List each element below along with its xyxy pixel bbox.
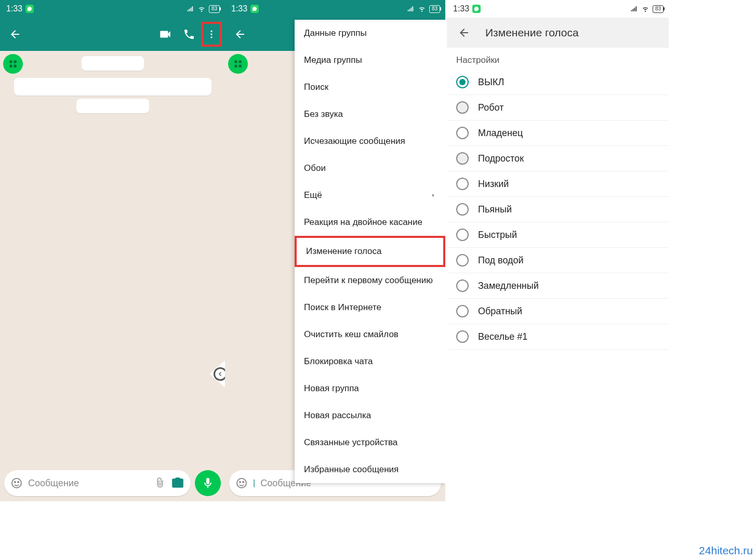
voice-option[interactable]: Под водой <box>447 248 669 273</box>
emoji-icon[interactable] <box>10 477 23 489</box>
menu-item[interactable]: Медиа группы <box>295 47 445 74</box>
highlight-more-menu <box>201 22 222 47</box>
menu-item[interactable]: Ещё <box>295 182 445 209</box>
scroll-handle[interactable] <box>209 361 225 388</box>
radio-icon <box>456 178 469 190</box>
chat-pill-3 <box>76 99 149 113</box>
voice-option-label: Подросток <box>478 153 524 164</box>
menu-item-label: Реакция на двойное касание <box>304 217 422 228</box>
chat-area[interactable]: Сообщение <box>0 51 225 501</box>
voice-option-label: Веселье #1 <box>478 331 527 342</box>
voice-option[interactable]: Подросток <box>447 146 669 171</box>
menu-item[interactable]: Перейти к первому сообщению <box>295 267 445 294</box>
back-button[interactable] <box>452 21 476 45</box>
menu-item-label: Избранные сообщения <box>304 464 399 475</box>
battery-icon: 83 <box>209 5 220 13</box>
voice-option-label: Младенец <box>478 128 523 139</box>
svg-rect-5 <box>9 65 12 68</box>
svg-rect-13 <box>239 65 242 68</box>
whatsapp-icon <box>25 5 34 13</box>
radio-icon <box>456 254 469 266</box>
menu-item[interactable]: Изменение голоса <box>295 236 445 267</box>
voice-option-label: Замедленный <box>478 281 539 291</box>
wifi-icon <box>641 5 649 12</box>
back-button[interactable] <box>228 22 252 46</box>
menu-item[interactable]: Исчезающие сообщения <box>295 128 445 155</box>
radio-icon <box>456 76 469 88</box>
menu-item[interactable]: Новая группа <box>295 375 445 402</box>
status-bar: 1:33 83 <box>225 0 445 18</box>
svg-point-16 <box>243 482 244 483</box>
status-time: 1:33 <box>6 4 22 14</box>
voice-option[interactable]: Пьяный <box>447 197 669 222</box>
menu-item-label: Без звука <box>304 109 343 119</box>
svg-point-9 <box>18 482 19 483</box>
voice-option[interactable]: Веселье #1 <box>447 324 669 350</box>
radio-icon <box>456 330 469 343</box>
menu-item[interactable]: Блокировка чата <box>295 348 445 375</box>
text-cursor: | <box>253 478 255 488</box>
chat-pill-1 <box>82 56 144 71</box>
menu-item-label: Изменение голоса <box>306 246 382 257</box>
emoji-icon[interactable] <box>235 477 248 489</box>
svg-rect-3 <box>9 60 12 63</box>
more-menu-button[interactable] <box>204 22 219 46</box>
phone-1-chat: 1:33 83 <box>0 0 225 501</box>
menu-item-label: Связанные устройства <box>304 437 397 448</box>
voice-option[interactable]: Робот <box>447 95 669 121</box>
radio-icon <box>456 229 469 241</box>
voice-option[interactable]: Замедленный <box>447 273 669 299</box>
chat-pill-2 <box>14 78 211 96</box>
radio-icon <box>456 203 469 216</box>
menu-item[interactable]: Поиск <box>295 74 445 101</box>
attach-icon[interactable] <box>154 477 166 489</box>
status-time: 1:33 <box>231 4 247 14</box>
message-input[interactable]: Сообщение <box>4 470 191 496</box>
call-button[interactable] <box>177 22 201 46</box>
voice-option[interactable]: ВЫКЛ <box>447 70 669 95</box>
menu-item[interactable]: Без звука <box>295 101 445 128</box>
back-button[interactable] <box>3 22 27 46</box>
menu-item-label: Исчезающие сообщения <box>304 136 405 146</box>
voice-option[interactable]: Быстрый <box>447 222 669 248</box>
voice-option-label: Под водой <box>478 255 524 266</box>
menu-item-label: Поиск <box>304 82 328 92</box>
svg-rect-6 <box>14 65 17 68</box>
chevron-left-icon <box>214 367 225 381</box>
menu-item-label: Медиа группы <box>304 55 362 65</box>
radio-icon <box>456 152 469 165</box>
chevron-right-icon <box>431 192 436 199</box>
svg-point-0 <box>210 31 212 32</box>
wifi-icon <box>197 5 206 12</box>
voice-option[interactable]: Низкий <box>447 171 669 197</box>
wifi-icon <box>418 5 426 12</box>
svg-point-7 <box>12 478 21 488</box>
menu-item[interactable]: Связанные устройства <box>295 429 445 456</box>
video-call-button[interactable] <box>153 22 177 46</box>
menu-item-label: Очистить кеш смайлов <box>304 329 399 340</box>
phone-3-voice-settings: 1:33 83 Изменение голоса Настройки ВЫКЛР… <box>447 0 669 501</box>
status-bar: 1:33 83 <box>0 0 225 18</box>
svg-point-15 <box>240 482 241 483</box>
menu-item[interactable]: Обои <box>295 155 445 182</box>
signal-icon <box>406 5 415 12</box>
menu-item[interactable]: Данные группы <box>295 20 445 47</box>
radio-icon <box>456 127 469 139</box>
camera-icon[interactable] <box>171 476 184 490</box>
voice-option-label: ВЫКЛ <box>478 77 504 88</box>
menu-item[interactable]: Новая рассылка <box>295 402 445 429</box>
menu-item[interactable]: Поиск в Интернете <box>295 294 445 321</box>
grid-fab[interactable] <box>3 54 23 74</box>
svg-point-1 <box>210 33 212 35</box>
grid-fab[interactable] <box>228 54 248 74</box>
voice-option[interactable]: Младенец <box>447 121 669 146</box>
mic-button[interactable] <box>195 470 221 496</box>
svg-rect-11 <box>239 60 242 63</box>
menu-item[interactable]: Избранные сообщения <box>295 456 445 483</box>
menu-item-label: Данные группы <box>304 28 367 38</box>
voice-option[interactable]: Обратный <box>447 299 669 324</box>
voice-options-list: ВЫКЛРоботМладенецПодростокНизкийПьяныйБы… <box>447 70 669 350</box>
status-bar: 1:33 83 <box>447 0 669 18</box>
menu-item[interactable]: Реакция на двойное касание <box>295 209 445 236</box>
menu-item[interactable]: Очистить кеш смайлов <box>295 321 445 348</box>
